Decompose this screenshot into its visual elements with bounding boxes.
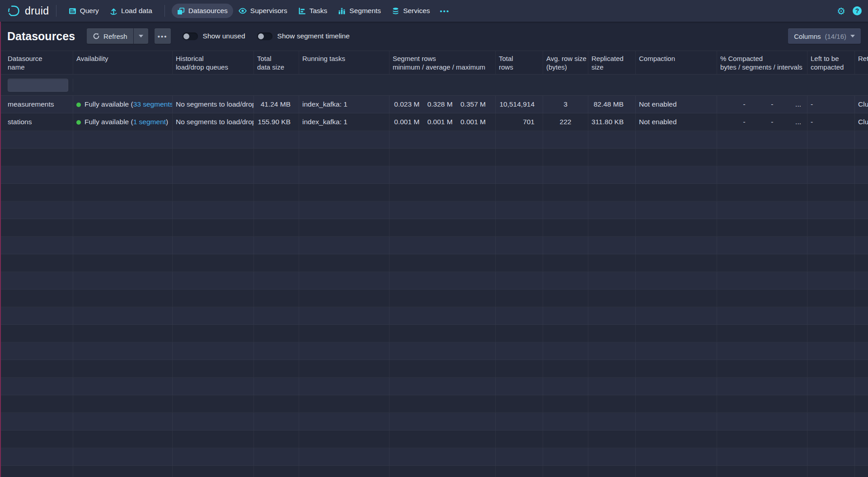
cell-availability: Fully available (1 segment) <box>73 113 173 131</box>
table-row-empty <box>0 448 868 466</box>
toolbar-more-button[interactable]: ••• <box>155 28 171 44</box>
table-row-stations[interactable]: stations Fully available (1 segment) No … <box>0 113 868 131</box>
cell-left-to-compact: - <box>807 113 855 131</box>
status-dot-green <box>76 120 81 125</box>
show-unused-toggle[interactable]: Show unused <box>183 32 245 40</box>
table-row-empty <box>0 360 868 378</box>
refresh-button[interactable]: Refresh <box>87 28 133 44</box>
help-icon[interactable]: ? <box>853 6 862 15</box>
load-data-icon <box>110 7 117 15</box>
column-header-datasource-name[interactable]: Datasourcename <box>0 51 73 74</box>
datasources-toolbar: Datasources Refresh ••• Show unused Show… <box>0 22 868 51</box>
nav-item-services[interactable]: Services <box>386 4 435 18</box>
cell-replicated-size: 82.48 MB <box>588 96 636 113</box>
datasources-icon <box>177 7 185 15</box>
more-ellipsis-icon: ••• <box>158 33 168 40</box>
columns-count: (14/16) <box>825 33 846 40</box>
nav-label: Datasources <box>188 7 228 15</box>
segments-count-link[interactable]: 33 segments <box>133 100 173 108</box>
navbar-divider <box>164 5 165 17</box>
toggle-knob <box>258 33 264 39</box>
column-header-avg-row-size[interactable]: Avg. row size(bytes) <box>543 51 588 74</box>
cell-retention: Cluster default <box>855 113 868 131</box>
cell-pct-compacted: --... <box>717 113 807 131</box>
columns-selector-button[interactable]: Columns (14/16) <box>788 28 861 44</box>
table-row-empty <box>0 237 868 254</box>
column-header-segment-rows[interactable]: Segment rowsminimum / average / maximum <box>389 51 496 74</box>
column-header-historical-queues[interactable]: Historicalload/drop queues <box>173 51 254 74</box>
tasks-icon <box>298 7 306 15</box>
column-header-availability[interactable]: Availability <box>73 51 173 74</box>
status-dot-green <box>76 103 81 107</box>
toggle-track <box>183 33 198 40</box>
segments-count-link[interactable]: 1 segment <box>133 118 166 126</box>
cell-datasource-name: measurements <box>0 96 73 113</box>
cell-total-rows: 701 <box>496 113 543 131</box>
table-row-empty <box>0 395 868 413</box>
query-icon <box>69 7 76 15</box>
refresh-label: Refresh <box>103 33 127 40</box>
column-header-replicated-size[interactable]: Replicatedsize <box>588 51 636 74</box>
chevron-down-icon <box>850 35 855 37</box>
navbar-more-button[interactable]: ••• <box>436 7 455 15</box>
column-header-retention[interactable]: Retention <box>855 51 868 74</box>
nav-item-datasources[interactable]: Datasources <box>172 4 233 18</box>
column-header-total-rows[interactable]: Totalrows <box>496 51 543 74</box>
nav-item-supervisors[interactable]: Supervisors <box>233 4 293 18</box>
refresh-button-group: Refresh <box>87 28 148 44</box>
columns-label: Columns <box>794 33 821 40</box>
cell-avg-row-size: 222 <box>543 113 588 131</box>
cell-pct-compacted: --... <box>717 96 807 113</box>
cell-compaction: Not enabled <box>636 96 717 113</box>
cell-left-to-compact: - <box>807 96 855 113</box>
page-title: Datasources <box>7 30 75 43</box>
show-segment-timeline-toggle[interactable]: Show segment timeline <box>257 32 350 40</box>
table-row-empty <box>0 184 868 201</box>
nav-label: Tasks <box>310 7 328 15</box>
column-header-compaction[interactable]: Compaction <box>636 51 717 74</box>
table-row-empty <box>0 272 868 290</box>
toggle-label: Show unused <box>203 32 245 40</box>
table-row-empty <box>0 325 868 342</box>
table-row-measurements[interactable]: measurements Fully available (33 segment… <box>0 96 868 113</box>
nav-label: Query <box>80 7 99 15</box>
top-navbar: druid Query Load data Datasources Superv… <box>0 0 868 22</box>
chevron-down-icon <box>139 35 143 37</box>
nav-item-query[interactable]: Query <box>63 4 104 18</box>
table-row-empty <box>0 166 868 184</box>
navbar-divider <box>56 5 56 17</box>
nav-item-tasks[interactable]: Tasks <box>293 4 333 18</box>
segments-icon <box>338 7 346 15</box>
nav-item-segments[interactable]: Segments <box>333 4 386 18</box>
cell-replicated-size: 311.80 KB <box>588 113 636 131</box>
column-header-running-tasks[interactable]: Running tasks <box>299 51 389 74</box>
table-row-empty <box>0 378 868 395</box>
toggle-knob <box>183 33 189 39</box>
table-header-row: Datasourcename Availability Historicallo… <box>0 51 868 75</box>
druid-logo-icon <box>7 4 21 18</box>
column-header-left-to-be-compacted[interactable]: Left to becompacted <box>807 51 855 74</box>
refresh-dropdown-button[interactable] <box>134 28 148 44</box>
cell-retention: Cluster default <box>855 96 868 113</box>
nav-item-load-data[interactable]: Load data <box>104 4 158 18</box>
nav-label: Segments <box>349 7 381 15</box>
table-row-empty <box>0 254 868 272</box>
column-header-total-data-size[interactable]: Totaldata size <box>254 51 299 74</box>
gear-icon[interactable]: ⚙ <box>837 6 845 16</box>
services-icon <box>392 7 399 15</box>
table-row-empty <box>0 201 868 219</box>
refresh-icon <box>93 33 100 40</box>
help-glyph: ? <box>855 7 859 14</box>
datasources-table: Datasourcename Availability Historicallo… <box>0 51 868 477</box>
eye-icon <box>239 7 247 15</box>
datasource-filter-input[interactable] <box>8 79 68 92</box>
table-row-empty <box>0 219 868 237</box>
cell-availability: Fully available (33 segments) <box>73 96 173 113</box>
cell-total-data-size: 41.24 MB <box>254 96 299 113</box>
druid-brand[interactable]: druid <box>7 4 49 18</box>
table-row-empty <box>0 466 868 477</box>
column-header-pct-compacted[interactable]: % Compactedbytes / segments / intervals <box>717 51 807 74</box>
table-row-empty <box>0 290 868 307</box>
cell-total-rows: 10,514,914 <box>496 96 543 113</box>
table-row-empty <box>0 342 868 360</box>
